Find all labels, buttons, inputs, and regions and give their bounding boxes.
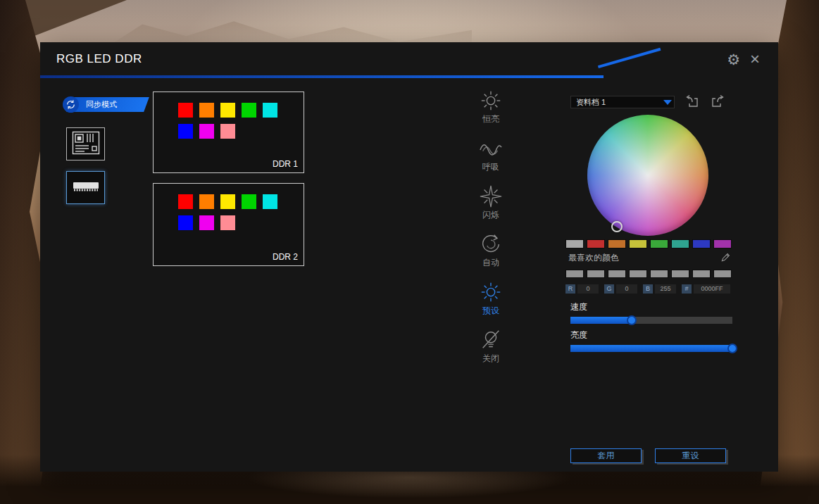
wave-icon — [471, 137, 511, 160]
favorite-swatch[interactable] — [629, 270, 647, 278]
hex-label: # — [682, 284, 692, 294]
color-wheel[interactable] — [587, 115, 708, 236]
mode-label: 自动 — [471, 257, 511, 269]
preset-palette — [565, 239, 732, 248]
mode-static[interactable]: 恒亮 — [471, 89, 511, 125]
sun-icon — [471, 280, 511, 304]
mode-label: 呼吸 — [471, 161, 511, 173]
brightness-slider-thumb[interactable] — [727, 344, 737, 353]
color-swatch — [220, 103, 235, 118]
window-title: RGB LED DDR — [56, 52, 142, 66]
brightness-slider-fill — [570, 345, 732, 352]
color-swatch — [242, 194, 256, 209]
favorite-colors-row — [565, 270, 732, 278]
mode-preset[interactable]: 预设 — [471, 280, 511, 317]
blue-value-field[interactable]: 255 — [655, 284, 676, 294]
palette-swatch[interactable] — [587, 239, 605, 248]
profile-dropdown[interactable]: 资料档 1 — [570, 96, 675, 108]
favorite-swatch[interactable] — [650, 270, 668, 278]
color-swatch — [199, 194, 214, 209]
accent-swoosh — [598, 48, 661, 68]
palette-swatch[interactable] — [565, 239, 584, 248]
speed-slider[interactable] — [570, 317, 732, 324]
color-swatch — [178, 215, 193, 230]
brightness-slider[interactable] — [570, 345, 732, 352]
ddr2-color-grid — [178, 194, 291, 230]
palette-swatch[interactable] — [650, 239, 668, 248]
ram-stick-icon — [72, 179, 100, 196]
app-window: RGB LED DDR ⚙ × 同步模式 — [40, 42, 778, 472]
save-profile-icon[interactable] — [711, 94, 725, 108]
reset-button[interactable]: 重设 — [655, 448, 726, 463]
edit-pencil-icon[interactable] — [720, 253, 730, 263]
palette-swatch[interactable] — [692, 239, 711, 248]
color-swatch — [220, 124, 235, 139]
color-swatch — [263, 103, 277, 118]
mode-label: 闪烁 — [471, 209, 511, 221]
bulb-off-icon — [471, 328, 511, 352]
palette-swatch[interactable] — [608, 239, 626, 248]
palette-swatch[interactable] — [671, 239, 689, 248]
palette-swatch[interactable] — [713, 239, 732, 248]
palette-swatch[interactable] — [629, 239, 647, 248]
sync-mode-button[interactable]: 同步模式 — [62, 97, 146, 112]
device-ram-button[interactable] — [66, 171, 105, 204]
color-swatch — [242, 103, 256, 118]
motherboard-icon — [72, 131, 100, 158]
desktop-wallpaper: RGB LED DDR ⚙ × 同步模式 — [0, 0, 819, 504]
device-motherboard-button[interactable] — [66, 127, 105, 160]
profile-dropdown-value: 资料档 1 — [576, 98, 606, 106]
ddr2-label: DDR 2 — [273, 252, 298, 262]
color-swatch — [178, 103, 193, 118]
red-value-field[interactable]: 0 — [577, 284, 599, 294]
flash-icon — [471, 184, 511, 208]
green-value-field[interactable]: 0 — [616, 284, 637, 294]
red-label: R — [565, 284, 575, 294]
mode-label: 恒亮 — [471, 113, 511, 125]
speed-label: 速度 — [570, 301, 587, 313]
speed-slider-fill — [570, 317, 632, 324]
color-swatch — [178, 194, 193, 209]
chevron-down-icon — [663, 100, 672, 105]
favorites-label: 最喜欢的颜色 — [568, 252, 619, 264]
color-swatch — [220, 215, 235, 230]
color-swatch — [199, 103, 214, 118]
blue-label: B — [643, 284, 653, 294]
favorite-swatch[interactable] — [692, 270, 711, 278]
mode-auto[interactable]: 自动 — [471, 232, 511, 269]
rgb-value-row: R 0 G 0 B 255 # 0000FF — [565, 284, 730, 294]
ddr1-label: DDR 1 — [273, 159, 298, 169]
mode-breathing[interactable]: 呼吸 — [471, 137, 511, 173]
color-wheel-cursor[interactable] — [611, 221, 623, 232]
favorite-swatch[interactable] — [713, 270, 732, 278]
hex-value-field[interactable]: 0000FF — [694, 284, 730, 294]
favorite-swatch[interactable] — [587, 270, 605, 278]
color-swatch — [263, 194, 277, 209]
color-swatch — [199, 124, 214, 139]
ddr1-color-grid — [178, 103, 291, 139]
sync-mode-label: 同步模式 — [62, 100, 117, 108]
color-swatch — [220, 194, 235, 209]
close-icon[interactable]: × — [750, 51, 760, 68]
mode-off[interactable]: 关闭 — [471, 328, 511, 365]
color-swatch — [199, 215, 214, 230]
mode-strobe[interactable]: 闪烁 — [471, 184, 511, 221]
ddr2-panel: DDR 2 — [153, 183, 304, 266]
mode-label: 预设 — [471, 305, 511, 317]
speed-slider-thumb[interactable] — [627, 315, 637, 325]
brightness-label: 亮度 — [570, 329, 587, 341]
apply-button[interactable]: 套用 — [570, 448, 642, 463]
load-profile-icon[interactable] — [685, 94, 699, 108]
accent-line — [40, 75, 604, 78]
mode-label: 关闭 — [471, 353, 511, 365]
cycle-icon — [471, 232, 511, 256]
color-swatch — [178, 124, 193, 139]
favorite-swatch[interactable] — [565, 270, 584, 278]
sun-icon — [471, 89, 511, 113]
green-label: G — [604, 284, 614, 294]
favorite-swatch[interactable] — [671, 270, 689, 278]
ddr1-panel: DDR 1 — [153, 92, 304, 173]
favorite-swatch[interactable] — [608, 270, 626, 278]
settings-gear-icon[interactable]: ⚙ — [727, 52, 740, 67]
